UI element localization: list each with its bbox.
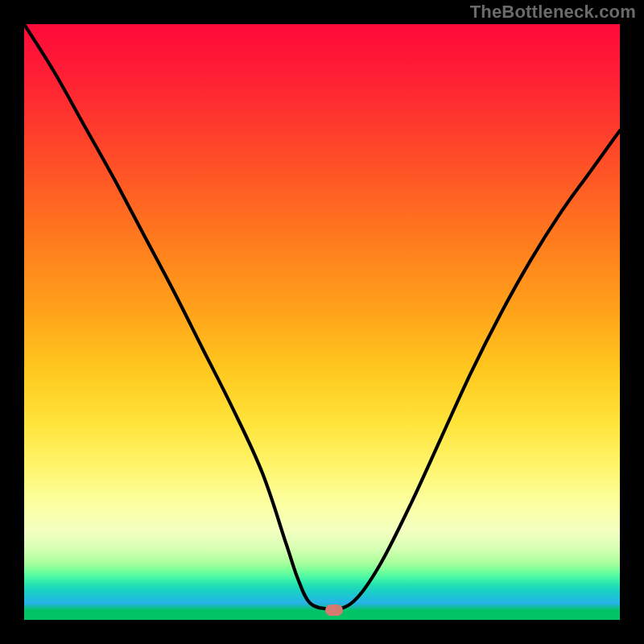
watermark-text: TheBottleneck.com xyxy=(470,2,636,23)
bottleneck-curve xyxy=(24,24,620,620)
optimal-marker xyxy=(325,605,343,616)
chart-frame: TheBottleneck.com xyxy=(0,0,644,644)
plot-area xyxy=(24,24,620,620)
